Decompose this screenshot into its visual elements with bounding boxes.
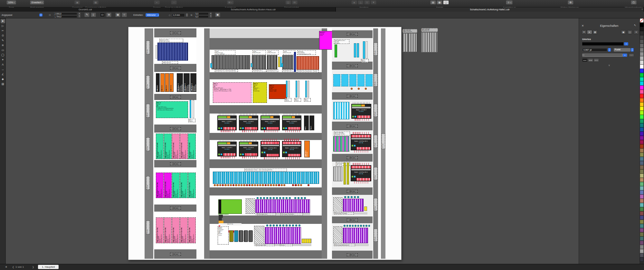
color-swatch[interactable] xyxy=(640,157,644,161)
dimension-label[interactable]: Akku 3Gleichr. xyxy=(304,98,311,102)
dimension-bar[interactable]: 280 mm xyxy=(332,30,373,38)
color-swatch[interactable] xyxy=(640,35,644,39)
color-swatch[interactable] xyxy=(640,52,644,56)
din-component[interactable] xyxy=(344,163,346,185)
indicator-dots[interactable] xyxy=(344,196,362,199)
terminal-block[interactable] xyxy=(333,166,342,181)
module[interactable]: Rel 1 xyxy=(304,115,309,130)
coil[interactable] xyxy=(249,230,253,242)
panel-rect[interactable] xyxy=(210,250,322,259)
color-swatch[interactable] xyxy=(640,190,644,195)
panel-rect[interactable] xyxy=(210,72,322,79)
outline-width-stepper[interactable]: ▲▼ xyxy=(608,48,611,52)
terminal-block[interactable] xyxy=(157,43,188,61)
din-component[interactable] xyxy=(193,100,194,118)
module[interactable]: DMX RGBW DI 8 (4x 4A)4x 4A RGBW24V DCZul… xyxy=(188,173,196,198)
lox-module[interactable]: Halle1 - LOX Rel. EX 3230V 16A xyxy=(351,134,371,150)
terminal-row[interactable] xyxy=(213,172,319,184)
lox-module[interactable]: Halle1 - LOX Rel. EX 2230V 16A xyxy=(282,141,301,157)
terminal-row[interactable] xyxy=(333,102,349,119)
window-icon[interactable]: ▣ xyxy=(621,30,626,34)
view-enhanced-icon[interactable]: ▢ xyxy=(443,0,449,5)
terminal-block[interactable] xyxy=(212,55,250,69)
color-swatch[interactable] xyxy=(640,161,644,165)
interactive-fill-tool[interactable]: ◆ xyxy=(1,77,5,81)
dimension-tool[interactable]: ↔ xyxy=(1,67,5,72)
dimension-label[interactable]: 150 mm xyxy=(146,41,150,54)
din-rail-plate[interactable] xyxy=(402,33,417,52)
panel-rect[interactable] xyxy=(210,187,322,195)
lox-module[interactable]: Halle1 - LOX EX 3V10 24VDC xyxy=(260,115,280,130)
terminal-block[interactable] xyxy=(267,55,277,69)
dimension-label[interactable]: Verteilerdose PV 4 xyxy=(282,69,294,72)
module[interactable]: DMX RGBW DI 5 (4x 4A)4x 4A RGBW24V DCZul… xyxy=(188,217,196,243)
cyan-box[interactable] xyxy=(341,74,348,86)
dimension-bar[interactable]: 216 mm xyxy=(154,160,196,167)
module[interactable]: DMX RGBW DI 15 (4x 4A)4x 4A RGBW24V DCZu… xyxy=(188,134,196,159)
color-swatch[interactable] xyxy=(640,77,644,81)
dimension-label[interactable]: Verteilerdose PV 1 (Verteilung 1A weiß) xyxy=(215,69,238,72)
breaker-row[interactable] xyxy=(343,199,364,212)
lox-module[interactable]: Halle1 - LOX EX 1V10 24VDC xyxy=(217,115,237,130)
module[interactable]: Akku 124V DC5AhWichtig! USV intern:- Auß… xyxy=(213,82,251,103)
color-swatch[interactable] xyxy=(640,69,644,73)
module[interactable]: Halle1Drehstrom-zähler 263ANeutral-trenn… xyxy=(218,226,229,245)
pointer-help-icon[interactable]: ↖ xyxy=(634,24,636,27)
color-swatch[interactable] xyxy=(640,220,644,224)
color-swatch[interactable] xyxy=(640,73,644,77)
module[interactable]: DMX RGBW DI 13 (4x 4A)4x 4A RGBW24V DCZu… xyxy=(172,134,180,159)
line-preview-dashed[interactable] xyxy=(588,58,593,62)
hatched-area[interactable] xyxy=(333,226,342,243)
color-swatch[interactable] xyxy=(640,178,644,182)
module[interactable]: DMX RGBW DI 3 (4x 4A)4x 4A RGBW24V DCZul… xyxy=(172,217,180,243)
module[interactable]: DMX RGBW DI 4 (4x 4A)4x 4A RGBW24V DCZul… xyxy=(180,217,188,243)
rectangle-tool[interactable]: ▭ xyxy=(1,48,5,52)
zoom-preset-dropdown[interactable]: Angepasst xyxy=(2,14,12,16)
indicator-dots[interactable] xyxy=(266,225,304,227)
lox-module[interactable]: Halle1 - LOX EX 6V10 24VDC xyxy=(239,142,258,156)
page-tab[interactable]: 1. Hauptteil xyxy=(38,265,59,269)
din-component[interactable] xyxy=(251,63,252,67)
module[interactable]: DMX EX 5(Reserve) xyxy=(304,141,310,157)
color-swatch[interactable] xyxy=(640,106,644,111)
module[interactable]: Akku 224V DC5AhReserviert →LVR 00Erweite… xyxy=(253,82,267,103)
dimension-label[interactable]: 178 mm xyxy=(146,221,150,234)
show-grid-button[interactable]: ▦ xyxy=(115,13,120,17)
color-swatch[interactable] xyxy=(640,153,644,157)
panel-rect[interactable] xyxy=(364,206,367,211)
din-component[interactable] xyxy=(363,41,365,59)
outline-width-field[interactable]: 0,567 pt xyxy=(582,48,607,52)
color-swatch[interactable] xyxy=(640,148,644,153)
color-swatch[interactable] xyxy=(640,253,644,257)
dimension-label[interactable]: 173 mm xyxy=(374,135,377,148)
cyan-box[interactable] xyxy=(349,74,356,86)
dimension-bar[interactable]: 280 mm xyxy=(332,154,373,162)
duplicate-y-field[interactable]: 6,0 xyxy=(194,15,209,18)
terminal-block[interactable] xyxy=(333,136,349,152)
module[interactable]: DMX EX 1 xyxy=(156,73,160,92)
din-component[interactable] xyxy=(335,45,337,57)
module[interactable]: DMX Aktor 3Kanal 9-12Wand WestDMX 033-04… xyxy=(190,73,196,92)
group-icon[interactable]: ▣ xyxy=(74,0,80,5)
color-swatch[interactable] xyxy=(640,140,644,144)
dimension-label[interactable]: Akku 3Gleichr. xyxy=(361,59,369,63)
color-swatch[interactable] xyxy=(640,115,644,119)
freehand-tool[interactable]: ✎ xyxy=(1,38,5,43)
text-tool[interactable]: A xyxy=(1,63,5,67)
add-page-button[interactable]: + xyxy=(5,265,7,269)
line-style-dropdown[interactable] xyxy=(582,54,627,57)
lox-module[interactable]: Halle1 - LOX Rel. EX 4230V 16A xyxy=(351,165,371,181)
dimension-bar[interactable]: 280 mm xyxy=(332,251,373,259)
nudge-field[interactable]: 1,0 mm xyxy=(172,13,185,17)
document-tab[interactable]: Grundriß.cdr xyxy=(0,7,171,12)
din-component[interactable] xyxy=(298,81,299,97)
module[interactable]: Tast 1 xyxy=(309,115,314,130)
color-swatch[interactable] xyxy=(640,119,644,123)
color-swatch[interactable] xyxy=(640,102,644,106)
coil[interactable] xyxy=(244,230,248,242)
middle-cabinet-left-column[interactable] xyxy=(204,28,210,259)
panel-rect[interactable] xyxy=(210,215,322,224)
color-swatch[interactable] xyxy=(640,23,644,27)
dimension-bar[interactable]: 216 mm xyxy=(154,28,196,37)
toolbar-button[interactable]: Erweitert▾ xyxy=(30,0,44,5)
